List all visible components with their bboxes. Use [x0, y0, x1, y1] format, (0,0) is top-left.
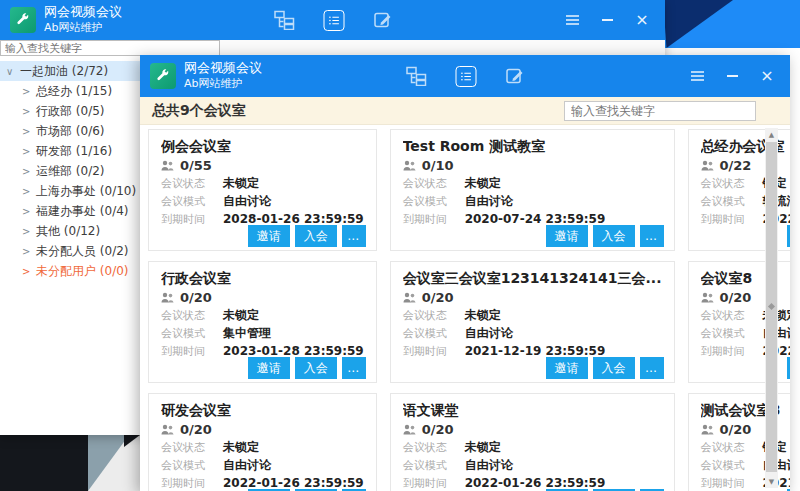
more-button[interactable]: …: [342, 357, 366, 379]
wallpaper-black-block: [0, 435, 88, 491]
tree-expand-icon[interactable]: ∨: [6, 66, 20, 77]
tree-expand-icon[interactable]: >: [22, 186, 36, 197]
tree-item[interactable]: > 福建办事处 (0/4): [0, 201, 142, 221]
tree-expand-icon[interactable]: >: [22, 166, 36, 177]
menu-icon[interactable]: [564, 12, 580, 28]
invite-button[interactable]: 邀请: [248, 225, 290, 247]
participant-count: 0/20: [180, 422, 212, 437]
tree-item[interactable]: > 未分配用户 (0/0): [0, 261, 142, 281]
fg-window-controls: ×: [689, 68, 775, 84]
join-button[interactable]: 入会: [295, 225, 337, 247]
invite-button[interactable]: 邀请: [787, 225, 790, 247]
scrollbar-thumb[interactable]: [766, 142, 777, 472]
tree-item[interactable]: > 上海办事处 (0/10): [0, 181, 142, 201]
org-chart-icon[interactable]: [406, 66, 428, 86]
mode-value: 自由讨论: [465, 325, 513, 342]
bg-titlebar[interactable]: 网会视频会议 Ab网站维护: [0, 0, 665, 40]
fg-titlebar[interactable]: 网会视频会议 Ab网站维护: [140, 55, 790, 97]
tree-item[interactable]: > 运维部 (0/2): [0, 161, 142, 181]
more-button[interactable]: …: [640, 357, 664, 379]
participant-count: 0/20: [422, 422, 454, 437]
status-row: 会议状态 未锁定: [403, 438, 662, 456]
room-list-icon-frame: [456, 66, 477, 87]
room-actions: 邀请 入会 …: [787, 225, 790, 247]
tree-item[interactable]: > 未分配人员 (0/2): [0, 241, 142, 261]
invite-button[interactable]: 邀请: [248, 357, 290, 379]
tree-item[interactable]: > 市场部 (0/6): [0, 121, 142, 141]
close-icon[interactable]: ×: [634, 12, 650, 28]
compose-icon[interactable]: [505, 66, 525, 86]
participant-count: 0/55: [180, 158, 212, 173]
close-icon[interactable]: ×: [759, 68, 775, 84]
tree-item[interactable]: > 总经办 (1/15): [0, 81, 142, 101]
tree-expand-icon[interactable]: >: [22, 106, 36, 117]
bg-window-title: 网会视频会议 Ab网站维护: [44, 4, 122, 35]
status-value: 未锁定: [465, 307, 501, 324]
tree-expand-icon[interactable]: >: [22, 86, 36, 97]
room-list-icon[interactable]: [323, 10, 344, 31]
participant-count: 0/10: [422, 158, 454, 173]
tree-item[interactable]: > 行政部 (0/5): [0, 101, 142, 121]
wallpaper-slate-triangle: [88, 435, 129, 491]
room-card[interactable]: 研发会议室 0/20 会议状态 未锁定: [148, 393, 377, 491]
room-name: Test Room 测试教室: [403, 136, 662, 156]
participant-count-row: 0/20: [403, 288, 662, 306]
expire-value: 2020-07-24 23:59:59: [465, 212, 606, 226]
contact-search-input[interactable]: [0, 40, 220, 56]
status-label: 会议状态: [403, 308, 465, 323]
status-label: 会议状态: [161, 308, 223, 323]
scroll-up-icon[interactable]: ▲: [765, 128, 778, 141]
more-button[interactable]: …: [640, 225, 664, 247]
minimize-icon[interactable]: [724, 68, 740, 84]
invite-button[interactable]: 邀请: [546, 225, 588, 247]
org-chart-icon[interactable]: [273, 10, 295, 30]
room-card[interactable]: 例会会议室 0/55 会议状态 未锁定: [148, 129, 377, 251]
join-button[interactable]: 入会: [295, 357, 337, 379]
tree-item[interactable]: ∨ 一起加油 (2/72): [0, 61, 142, 81]
wrench-icon: [15, 12, 31, 28]
scroll-down-icon[interactable]: ▼: [765, 475, 778, 488]
invite-button[interactable]: 邀请: [787, 357, 790, 379]
participant-count-row: 0/10: [403, 156, 662, 174]
expire-label: 到期时间: [701, 476, 763, 491]
tree-item-label: 福建办事处 (0/4): [36, 203, 129, 220]
participant-count-row: 0/55: [161, 156, 364, 174]
tree-expand-icon[interactable]: >: [22, 126, 36, 137]
tree-item[interactable]: > 其他 (0/12): [0, 221, 142, 241]
room-header-strip: 总共9个会议室: [140, 97, 790, 125]
tree-item[interactable]: > 研发部 (1/16): [0, 141, 142, 161]
bg-search-row: [0, 40, 665, 56]
room-name: 语文课堂: [403, 400, 662, 420]
tree-expand-icon[interactable]: >: [22, 246, 36, 257]
room-card[interactable]: Test Room 测试教室 0/10 会议状态 未锁定: [390, 129, 675, 251]
room-actions: 邀请 入会 …: [248, 357, 366, 379]
tree-expand-icon[interactable]: >: [22, 226, 36, 237]
invite-button[interactable]: 邀请: [546, 357, 588, 379]
join-button[interactable]: 入会: [593, 357, 635, 379]
tree-expand-icon[interactable]: >: [22, 146, 36, 157]
tree-item-label: 总经办 (1/15): [36, 83, 112, 100]
join-button[interactable]: 入会: [593, 225, 635, 247]
app-logo: [10, 7, 36, 33]
room-card[interactable]: 会议室三会议室123141324141三会... 0/20 会议状态 未锁定: [390, 261, 675, 383]
room-list-content: 例会会议室 0/55 会议状态 未锁定: [140, 125, 790, 491]
more-button[interactable]: …: [342, 225, 366, 247]
org-tree: ∨ 一起加油 (2/72) > 总经办 (1/15) > 行政部 (0/5) >…: [0, 61, 142, 281]
expire-value: 2021-12-19 23:59:59: [465, 344, 606, 358]
expire-label: 到期时间: [161, 476, 223, 491]
status-value: 未锁定: [465, 439, 501, 456]
room-list-icon[interactable]: [456, 66, 477, 87]
menu-icon[interactable]: [689, 68, 705, 84]
tree-expand-icon[interactable]: >: [22, 206, 36, 217]
tree-expand-icon[interactable]: >: [22, 266, 36, 277]
room-card[interactable]: 行政会议室 0/20 会议状态 未锁定: [148, 261, 377, 383]
room-actions: 邀请 入会 …: [248, 225, 366, 247]
minimize-icon[interactable]: [599, 12, 615, 28]
room-card[interactable]: 语文课堂 0/20 会议状态 未锁定: [390, 393, 675, 491]
compose-icon[interactable]: [372, 10, 392, 30]
participant-count: 0/20: [720, 290, 752, 305]
status-label: 会议状态: [161, 176, 223, 191]
room-search-input[interactable]: [564, 101, 756, 121]
vertical-scrollbar[interactable]: ▲ ▼: [765, 128, 778, 488]
tree-item-label: 研发部 (1/16): [36, 143, 112, 160]
